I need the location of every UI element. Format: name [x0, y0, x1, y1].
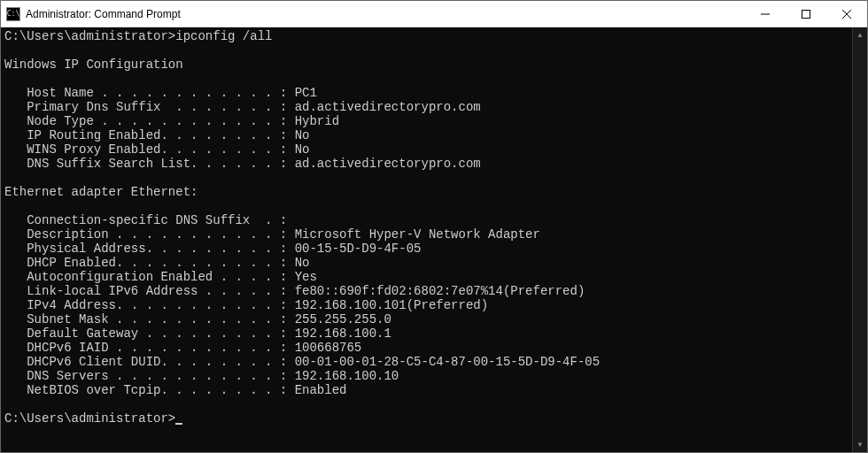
- output-host-name: Host Name . . . . . . . . . . . . : PC1: [4, 86, 317, 100]
- output-primary-dns-suffix: Primary Dns Suffix . . . . . . . : ad.ac…: [4, 100, 481, 114]
- output-subnet-mask: Subnet Mask . . . . . . . . . . . : 255.…: [4, 312, 391, 326]
- scroll-up-arrow-icon[interactable]: ▲: [853, 27, 867, 42]
- output-dhcpv6-iaid: DHCPv6 IAID . . . . . . . . . . . : 1006…: [4, 341, 361, 355]
- scroll-track[interactable]: [853, 42, 867, 437]
- output-dhcp-enabled: DHCP Enabled. . . . . . . . . . . : No: [4, 256, 309, 270]
- close-button[interactable]: [826, 1, 867, 27]
- output-default-gateway: Default Gateway . . . . . . . . . : 192.…: [4, 326, 391, 341]
- output-netbios: NetBIOS over Tcpip. . . . . . . . : Enab…: [4, 383, 346, 397]
- output-physical-address: Physical Address. . . . . . . . . : 00-1…: [4, 242, 421, 256]
- prompt: C:\Users\administrator>: [4, 29, 175, 43]
- output-section-header: Windows IP Configuration: [4, 58, 183, 72]
- terminal-output[interactable]: C:\Users\administrator>ipconfig /all Win…: [1, 27, 852, 452]
- output-ip-routing: IP Routing Enabled. . . . . . . . : No: [4, 128, 309, 142]
- minimize-button[interactable]: [745, 1, 786, 27]
- svg-rect-1: [802, 10, 810, 18]
- output-ipv4-address: IPv4 Address. . . . . . . . . . . : 192.…: [4, 298, 488, 312]
- output-description: Description . . . . . . . . . . . : Micr…: [4, 227, 540, 242]
- titlebar[interactable]: C:\ Administrator: Command Prompt: [1, 1, 867, 27]
- output-dns-suffix-list: DNS Suffix Search List. . . . . . : ad.a…: [4, 157, 481, 171]
- output-section-header: Ethernet adapter Ethernet:: [4, 185, 198, 199]
- command-prompt-window: C:\ Administrator: Command Prompt C:\Use…: [0, 0, 868, 453]
- scroll-down-arrow-icon[interactable]: ▼: [853, 437, 867, 452]
- output-dhcpv6-duid: DHCPv6 Client DUID. . . . . . . . : 00-0…: [4, 355, 600, 369]
- command-text: ipconfig /all: [175, 29, 272, 43]
- maximize-button[interactable]: [786, 1, 826, 27]
- output-dns-servers: DNS Servers . . . . . . . . . . . : 192.…: [4, 369, 399, 383]
- vertical-scrollbar[interactable]: ▲ ▼: [852, 27, 867, 452]
- output-autoconfig: Autoconfiguration Enabled . . . . : Yes: [4, 270, 317, 284]
- prompt: C:\Users\administrator>: [4, 411, 175, 426]
- cmd-icon: C:\: [6, 7, 20, 21]
- output-wins-proxy: WINS Proxy Enabled. . . . . . . . : No: [4, 142, 309, 157]
- terminal-container: C:\Users\administrator>ipconfig /all Win…: [1, 27, 867, 452]
- window-controls: [745, 1, 867, 27]
- window-title: Administrator: Command Prompt: [26, 8, 745, 20]
- output-conn-suffix: Connection-specific DNS Suffix . :: [4, 213, 287, 227]
- output-node-type: Node Type . . . . . . . . . . . . : Hybr…: [4, 114, 339, 128]
- output-link-local-ipv6: Link-local IPv6 Address . . . . . : fe80…: [4, 284, 585, 298]
- cursor: [175, 423, 182, 425]
